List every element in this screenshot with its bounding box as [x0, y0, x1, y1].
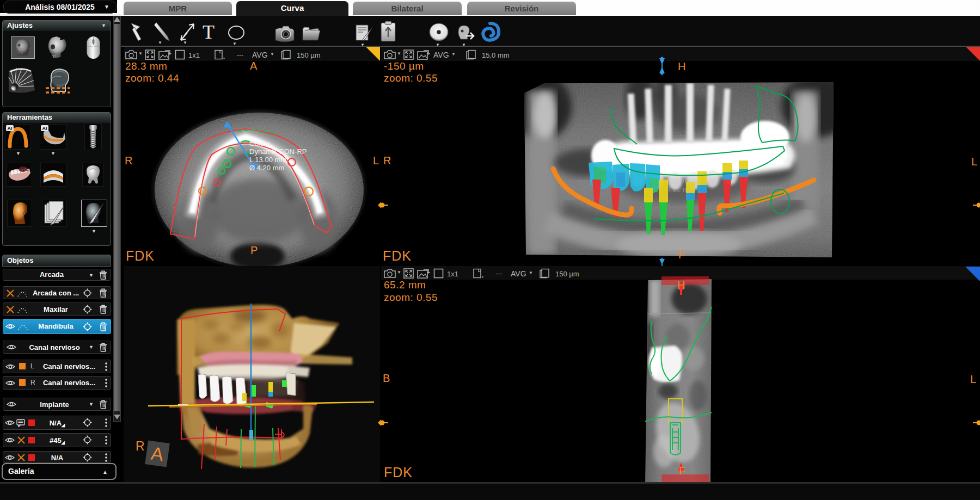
svg-text:Dynamix CON-RP: Dynamix CON-RP — [249, 147, 307, 156]
svg-text:L 13.00 mm: L 13.00 mm — [249, 156, 286, 164]
svg-text:Cortex: Cortex — [249, 139, 271, 147]
svg-text:AI: AI — [8, 126, 13, 131]
svg-text:4.20 mm: 4.20 mm — [667, 186, 695, 194]
svg-text:Ø 4.20 mm: Ø 4.20 mm — [249, 164, 284, 172]
svg-text:R: R — [136, 439, 145, 453]
svg-text:3.00 mm: 3.00 mm — [667, 177, 695, 185]
svg-text:AI: AI — [42, 126, 47, 131]
